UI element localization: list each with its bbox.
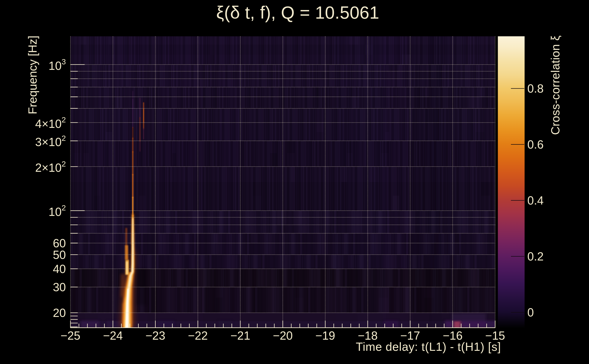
svg-text:0.8: 0.8 <box>527 82 544 95</box>
svg-text:3×102: 3×102 <box>35 134 66 149</box>
svg-text:Cross-correlation ξ: Cross-correlation ξ <box>549 35 562 135</box>
svg-text:−24: −24 <box>103 329 123 342</box>
svg-text:−19: −19 <box>315 329 335 342</box>
svg-text:Frequency [Hz]: Frequency [Hz] <box>26 36 39 114</box>
svg-text:2×102: 2×102 <box>35 159 66 175</box>
svg-text:ξ(δ t, f), Q = 10.5061: ξ(δ t, f), Q = 10.5061 <box>216 3 379 22</box>
svg-text:20: 20 <box>53 306 66 319</box>
svg-text:40: 40 <box>53 262 66 275</box>
svg-text:−20: −20 <box>273 329 293 342</box>
svg-text:0: 0 <box>527 306 534 319</box>
svg-text:−21: −21 <box>230 329 250 342</box>
svg-text:0.2: 0.2 <box>527 250 544 263</box>
svg-text:0.6: 0.6 <box>527 138 544 151</box>
svg-text:60: 60 <box>53 237 66 250</box>
svg-text:−25: −25 <box>60 329 80 342</box>
svg-text:−23: −23 <box>145 329 165 342</box>
svg-text:50: 50 <box>53 248 66 261</box>
svg-text:30: 30 <box>53 280 66 294</box>
svg-text:0.4: 0.4 <box>527 194 544 207</box>
svg-text:−22: −22 <box>188 329 208 342</box>
svg-text:4×102: 4×102 <box>35 115 66 130</box>
svg-text:Time delay: t(L1) - t(H1) [s]: Time delay: t(L1) - t(H1) [s] <box>356 340 501 353</box>
